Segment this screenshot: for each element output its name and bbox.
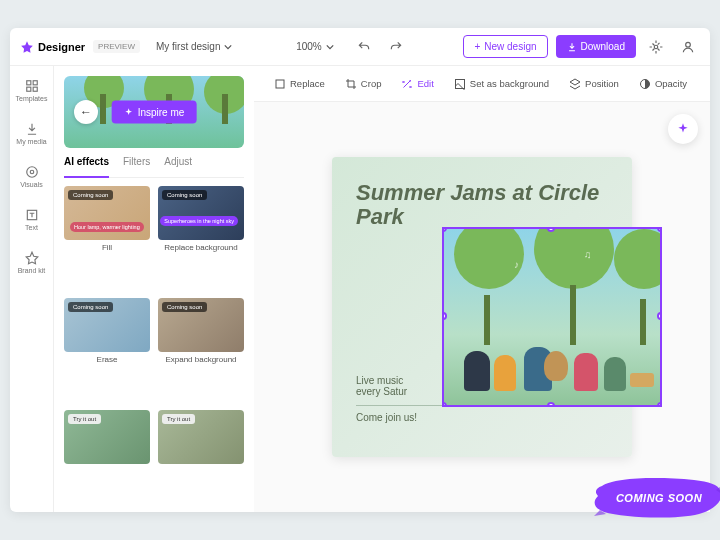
poster-subtitle[interactable]: Live musicevery Satur: [356, 375, 407, 397]
prompt-pill: Superheroes in the night sky: [160, 216, 238, 226]
try-it-badge: Try it out: [68, 414, 101, 424]
zoom-value: 100%: [296, 41, 322, 52]
poster-cta[interactable]: Come join us!: [356, 405, 476, 423]
resize-handle-r[interactable]: [657, 312, 662, 320]
rail-text[interactable]: Text: [10, 205, 53, 234]
inspire-label: Inspire me: [138, 107, 185, 118]
resize-handle-l[interactable]: [442, 312, 447, 320]
ctx-edit[interactable]: Edit: [393, 74, 441, 94]
effect-card-extra-2[interactable]: Try it out: [158, 410, 244, 502]
undo-icon: [357, 40, 371, 54]
ctx-set-background[interactable]: Set as background: [446, 74, 557, 94]
app-logo[interactable]: Designer: [20, 40, 85, 54]
brand-kit-icon: [25, 251, 39, 265]
design-canvas[interactable]: Summer Jams at Circle Park Live musiceve…: [332, 157, 632, 457]
preview-badge: PREVIEW: [93, 40, 140, 53]
svg-point-7: [30, 170, 34, 174]
undo-button[interactable]: [352, 35, 376, 59]
try-it-badge: Try it out: [162, 414, 195, 424]
svg-point-0: [654, 45, 658, 49]
designer-logo-icon: [20, 40, 34, 54]
crop-icon: [345, 78, 357, 90]
coming-soon-badge: Coming soon: [68, 190, 113, 200]
resize-handle-tl[interactable]: [442, 227, 447, 232]
design-name-dropdown[interactable]: My first design: [148, 37, 240, 56]
selected-image[interactable]: ♪♫: [442, 227, 662, 407]
effect-card-fill[interactable]: Coming soon Hour lamp, warmer lighting F…: [64, 186, 150, 290]
replace-icon: [274, 78, 286, 90]
ctx-label: Opacity: [655, 78, 687, 89]
plus-icon: +: [474, 41, 480, 52]
chevron-down-icon: [224, 43, 232, 51]
back-button[interactable]: ←: [74, 100, 98, 124]
card-thumbnail: Coming soon: [158, 298, 244, 352]
effect-card-erase[interactable]: Coming soon Erase: [64, 298, 150, 402]
chevron-down-icon: [326, 43, 334, 51]
card-thumbnail: Try it out: [158, 410, 244, 464]
resize-handle-bl[interactable]: [442, 402, 447, 407]
text-icon: [25, 208, 39, 222]
ctx-crop[interactable]: Crop: [337, 74, 390, 94]
ctx-label: Replace: [290, 78, 325, 89]
ai-fab-button[interactable]: [668, 114, 698, 144]
side-panel: ← Inspire me AI effects Filters Adjust C…: [54, 66, 254, 512]
rail-visuals[interactable]: Visuals: [10, 162, 53, 191]
resize-handle-br[interactable]: [657, 402, 662, 407]
card-label: Replace background: [158, 243, 244, 252]
zoom-control[interactable]: 100%: [296, 41, 334, 52]
rail-templates[interactable]: Templates: [10, 76, 53, 105]
canvas-viewport[interactable]: Summer Jams at Circle Park Live musiceve…: [254, 102, 710, 512]
rail-label: My media: [16, 138, 46, 145]
redo-button[interactable]: [384, 35, 408, 59]
user-icon: [681, 40, 695, 54]
ctx-replace[interactable]: Replace: [266, 74, 333, 94]
effects-grid: Coming soon Hour lamp, warmer lighting F…: [64, 186, 244, 502]
svg-rect-5: [33, 87, 37, 91]
design-name-label: My first design: [156, 41, 220, 52]
new-design-button[interactable]: + New design: [463, 35, 547, 58]
card-label: Fill: [64, 243, 150, 252]
download-label: Download: [581, 41, 625, 52]
rail-brand-kit[interactable]: Brand kit: [10, 248, 53, 277]
download-button[interactable]: Download: [556, 35, 636, 58]
prompt-pill: Hour lamp, warmer lighting: [70, 222, 144, 232]
rail-my-media[interactable]: My media: [10, 119, 53, 148]
resize-handle-tr[interactable]: [657, 227, 662, 232]
card-thumbnail: Try it out: [64, 410, 150, 464]
card-thumbnail: Coming soon Superheroes in the night sky: [158, 186, 244, 240]
tab-filters[interactable]: Filters: [123, 156, 150, 171]
canvas-area: Replace Crop Edit Set as background Posi…: [254, 66, 710, 512]
redo-icon: [389, 40, 403, 54]
new-design-label: New design: [484, 41, 536, 52]
top-bar: Designer PREVIEW My first design 100% + …: [10, 28, 710, 66]
main-area: Templates My media Visuals Text Brand ki…: [10, 66, 710, 512]
tab-adjust[interactable]: Adjust: [164, 156, 192, 171]
resize-handle-b[interactable]: [547, 402, 555, 407]
context-toolbar: Replace Crop Edit Set as background Posi…: [254, 66, 710, 102]
side-rail: Templates My media Visuals Text Brand ki…: [10, 66, 54, 512]
app-name: Designer: [38, 41, 85, 53]
effect-card-expand-bg[interactable]: Coming soon Expand background: [158, 298, 244, 402]
ctx-opacity[interactable]: Opacity: [631, 74, 695, 94]
settings-button[interactable]: [644, 35, 668, 59]
tab-ai-effects[interactable]: AI effects: [64, 156, 109, 178]
magic-wand-icon: [401, 78, 413, 90]
banner-text: COMING SOON: [616, 492, 702, 504]
svg-rect-2: [26, 81, 30, 85]
media-icon: [25, 122, 39, 136]
sparkle-icon: [676, 122, 690, 136]
poster-title[interactable]: Summer Jams at Circle Park: [356, 181, 608, 229]
effect-card-replace-bg[interactable]: Coming soon Superheroes in the night sky…: [158, 186, 244, 290]
ctx-position[interactable]: Position: [561, 74, 627, 94]
coming-soon-badge: Coming soon: [162, 302, 207, 312]
opacity-icon: [639, 78, 651, 90]
rail-label: Templates: [16, 95, 48, 102]
account-button[interactable]: [676, 35, 700, 59]
effect-card-extra-1[interactable]: Try it out: [64, 410, 150, 502]
rail-label: Visuals: [20, 181, 42, 188]
inspire-me-button[interactable]: Inspire me: [112, 101, 197, 124]
visuals-icon: [25, 165, 39, 179]
coming-soon-badge: Coming soon: [162, 190, 207, 200]
svg-point-1: [686, 42, 691, 47]
sparkle-icon: [124, 107, 134, 117]
